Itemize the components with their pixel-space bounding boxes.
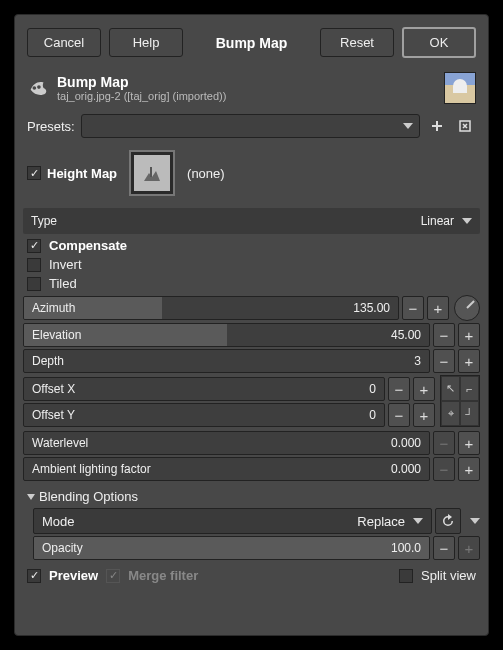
merge-filter-checkbox bbox=[106, 569, 120, 583]
type-label: Type bbox=[31, 214, 57, 228]
elevation-slider[interactable]: Elevation45.00 bbox=[23, 323, 430, 347]
offset-y-slider[interactable]: Offset Y0 bbox=[23, 403, 385, 427]
offset-x-plus-button[interactable]: + bbox=[413, 377, 435, 401]
ambient-slider[interactable]: Ambient lighting factor0.000 bbox=[23, 457, 430, 481]
opacity-plus-button[interactable]: + bbox=[458, 536, 480, 560]
offset-x-minus-button[interactable]: − bbox=[388, 377, 410, 401]
preview-label: Preview bbox=[49, 568, 98, 583]
bump-map-dialog: Cancel Help Bump Map Reset OK Bump Map t… bbox=[14, 14, 489, 636]
chevron-down-icon bbox=[403, 123, 413, 129]
height-map-label: Height Map bbox=[47, 166, 117, 181]
title-bar: Cancel Help Bump Map Reset OK bbox=[15, 15, 488, 68]
depth-slider[interactable]: Depth3 bbox=[23, 349, 430, 373]
svg-point-1 bbox=[37, 85, 41, 89]
ambient-plus-button[interactable]: + bbox=[458, 457, 480, 481]
svg-rect-4 bbox=[150, 167, 152, 177]
pointer-icon[interactable]: ↖ bbox=[441, 376, 460, 401]
mode-combo[interactable]: Mode Replace bbox=[33, 508, 432, 534]
offset-x-slider[interactable]: Offset X0 bbox=[23, 377, 385, 401]
corner2-icon[interactable]: ┘ bbox=[460, 401, 479, 426]
waterlevel-plus-button[interactable]: + bbox=[458, 431, 480, 455]
tiled-checkbox[interactable] bbox=[27, 277, 41, 291]
ok-button[interactable]: OK bbox=[402, 27, 476, 58]
preset-add-button[interactable] bbox=[426, 115, 448, 137]
dialog-title: Bump Map bbox=[191, 35, 312, 51]
chevron-down-icon[interactable] bbox=[470, 518, 480, 524]
split-view-checkbox[interactable] bbox=[399, 569, 413, 583]
cancel-button[interactable]: Cancel bbox=[27, 28, 101, 57]
image-thumbnail bbox=[444, 72, 476, 104]
offset-y-minus-button[interactable]: − bbox=[388, 403, 410, 427]
height-map-thumbnail[interactable] bbox=[131, 152, 173, 194]
invert-label: Invert bbox=[49, 257, 82, 272]
azimuth-plus-button[interactable]: + bbox=[427, 296, 449, 320]
blending-options-expander[interactable]: Blending Options bbox=[15, 483, 488, 506]
presets-label: Presets: bbox=[27, 119, 75, 134]
type-combo[interactable]: Type Linear bbox=[23, 208, 480, 234]
waterlevel-slider[interactable]: Waterlevel0.000 bbox=[23, 431, 430, 455]
tiled-label: Tiled bbox=[49, 276, 77, 291]
presets-row: Presets: bbox=[15, 110, 488, 142]
header: Bump Map taj_orig.jpg-2 ([taj_orig] (imp… bbox=[15, 68, 488, 110]
preset-manage-button[interactable] bbox=[454, 115, 476, 137]
filter-title: Bump Map bbox=[57, 74, 436, 90]
presets-combo[interactable] bbox=[81, 114, 420, 138]
ambient-minus-button[interactable]: − bbox=[433, 457, 455, 481]
mode-reset-button[interactable] bbox=[435, 508, 461, 534]
depth-minus-button[interactable]: − bbox=[433, 349, 455, 373]
azimuth-slider[interactable]: Azimuth135.00 bbox=[23, 296, 399, 320]
elevation-minus-button[interactable]: − bbox=[433, 323, 455, 347]
azimuth-minus-button[interactable]: − bbox=[402, 296, 424, 320]
opacity-minus-button[interactable]: − bbox=[433, 536, 455, 560]
svg-point-0 bbox=[33, 86, 37, 90]
reset-button[interactable]: Reset bbox=[320, 28, 394, 57]
compensate-label: Compensate bbox=[49, 238, 127, 253]
opacity-slider[interactable]: Opacity100.0 bbox=[33, 536, 430, 560]
corner-icon[interactable]: ⌐ bbox=[460, 376, 479, 401]
height-map-checkbox[interactable] bbox=[27, 166, 41, 180]
preview-checkbox[interactable] bbox=[27, 569, 41, 583]
chevron-down-icon bbox=[27, 494, 35, 500]
chevron-down-icon bbox=[462, 218, 472, 224]
height-map-value: (none) bbox=[187, 166, 225, 181]
help-button[interactable]: Help bbox=[109, 28, 183, 57]
depth-plus-button[interactable]: + bbox=[458, 349, 480, 373]
azimuth-dial[interactable] bbox=[454, 295, 480, 321]
split-view-label: Split view bbox=[421, 568, 476, 583]
merge-filter-label: Merge filter bbox=[128, 568, 198, 583]
compensate-checkbox[interactable] bbox=[27, 239, 41, 253]
waterlevel-minus-button[interactable]: − bbox=[433, 431, 455, 455]
invert-checkbox[interactable] bbox=[27, 258, 41, 272]
type-value: Linear bbox=[421, 214, 454, 228]
chevron-down-icon bbox=[413, 518, 423, 524]
cursor-icon[interactable]: ⌖ bbox=[441, 401, 460, 426]
filter-subtitle: taj_orig.jpg-2 ([taj_orig] (imported)) bbox=[57, 90, 436, 102]
gimp-icon bbox=[27, 77, 49, 99]
offset-pick-grid[interactable]: ↖ ⌐ ⌖ ┘ bbox=[440, 375, 480, 427]
offset-y-plus-button[interactable]: + bbox=[413, 403, 435, 427]
elevation-plus-button[interactable]: + bbox=[458, 323, 480, 347]
